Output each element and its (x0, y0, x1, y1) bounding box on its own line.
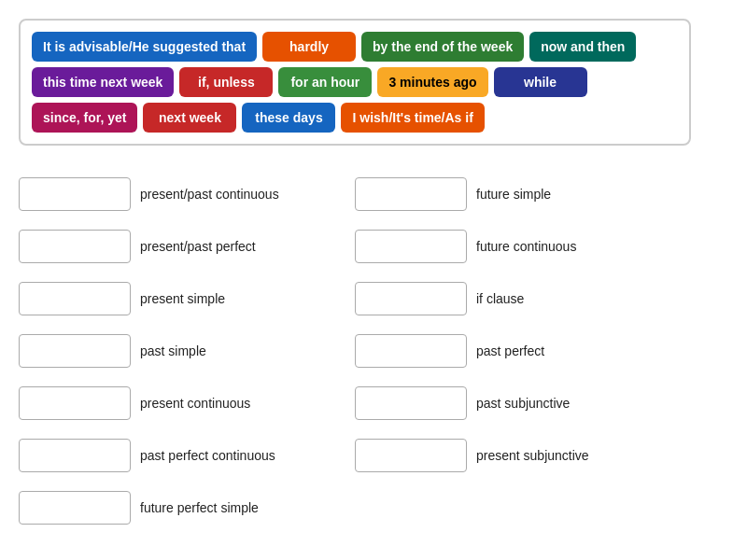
ans-fut-simple-label: future simple (476, 187, 551, 202)
ans-past-perf-label: past perfect (476, 343, 544, 358)
left-answers-col: present/past continuouspresent/past perf… (19, 168, 355, 534)
tile-it-is[interactable]: It is advisable/He suggested that (32, 32, 257, 62)
tile-for-hour[interactable]: for an hour (278, 67, 372, 97)
tile-since-for[interactable]: since, for, yet (32, 103, 137, 133)
ans-fut-perf-simple-label: future perfect simple (140, 500, 259, 515)
tile-3-min[interactable]: 3 minutes ago (377, 67, 487, 97)
ans-pres-past-perf-box[interactable] (19, 230, 131, 263)
ans-past-perf-cont-label: past perfect continuous (140, 448, 275, 463)
tile-next-week[interactable]: next week (143, 103, 236, 133)
tile-this-time[interactable]: this time next week (32, 67, 174, 97)
answer-row: future continuous (355, 220, 691, 273)
right-answers-col: future simplefuture continuousif clausep… (355, 168, 691, 534)
tile-while[interactable]: while (494, 67, 587, 97)
ans-pres-past-cont-box[interactable] (19, 177, 131, 211)
ans-if-clause-label: if clause (476, 291, 524, 306)
answer-row: if clause (355, 273, 691, 325)
ans-pres-past-perf-label: present/past perfect (140, 239, 256, 254)
ans-pres-simple-label: present simple (140, 291, 225, 306)
answers-area: present/past continuouspresent/past perf… (19, 168, 691, 534)
answer-row: present subjunctive (355, 429, 691, 482)
ans-fut-perf-simple-box[interactable] (19, 491, 131, 525)
ans-pres-simple-box[interactable] (19, 282, 131, 315)
tile-by-end[interactable]: by the end of the week (361, 32, 524, 62)
answer-row: present/past continuous (19, 168, 355, 220)
ans-past-subj-label: past subjunctive (476, 396, 570, 411)
answer-row: present simple (19, 273, 355, 325)
answer-row: past subjunctive (355, 377, 691, 429)
ans-past-perf-cont-box[interactable] (19, 439, 131, 472)
tile-if-unless[interactable]: if, unless (179, 67, 273, 97)
ans-past-simple-label: past simple (140, 343, 206, 358)
tile-hardly[interactable]: hardly (262, 32, 356, 62)
answer-row: present/past perfect (19, 220, 355, 273)
ans-fut-cont-label: future continuous (476, 239, 576, 254)
ans-pres-past-cont-label: present/past continuous (140, 187, 279, 202)
tile-these-days[interactable]: these days (242, 103, 335, 133)
answer-row: future simple (355, 168, 691, 220)
answer-row: past perfect (355, 325, 691, 377)
answer-row: future perfect simple (19, 482, 355, 534)
tile-now-then[interactable]: now and then (529, 32, 636, 62)
ans-past-subj-box[interactable] (355, 386, 467, 420)
tiles-container: It is advisable/He suggested thathardlyb… (19, 19, 691, 146)
answer-row: past simple (19, 325, 355, 377)
ans-pres-cont-box[interactable] (19, 386, 131, 420)
ans-past-simple-box[interactable] (19, 334, 131, 368)
ans-fut-cont-box[interactable] (355, 230, 467, 263)
tile-i-wish[interactable]: I wish/It's time/As if (341, 103, 484, 133)
answer-row: past perfect continuous (19, 429, 355, 482)
ans-pres-subj-label: present subjunctive (476, 448, 589, 463)
ans-pres-cont-label: present continuous (140, 396, 250, 411)
ans-past-perf-box[interactable] (355, 334, 467, 368)
ans-fut-simple-box[interactable] (355, 177, 467, 211)
ans-if-clause-box[interactable] (355, 282, 467, 315)
ans-pres-subj-box[interactable] (355, 439, 467, 472)
answer-row: present continuous (19, 377, 355, 429)
